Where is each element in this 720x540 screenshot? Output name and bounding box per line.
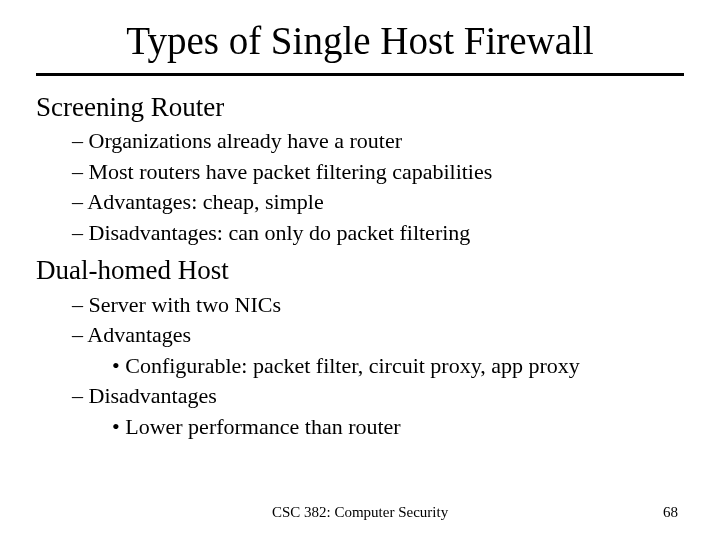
footer-page-number: 68 (663, 504, 678, 521)
slide: Types of Single Host Firewall Screening … (0, 0, 720, 540)
list-item: Most routers have packet filtering capab… (90, 158, 720, 187)
screening-router-list: Organizations already have a router Most… (0, 127, 720, 247)
footer-course: CSC 382: Computer Security (272, 504, 448, 521)
list-item-label: Disadvantages (89, 383, 217, 408)
disadvantages-sublist: Lower performance than router (90, 413, 720, 442)
list-item-label: Advantages (87, 322, 191, 347)
list-item: Organizations already have a router (90, 127, 720, 156)
list-item: Server with two NICs (90, 291, 720, 320)
list-item: Lower performance than router (130, 413, 720, 442)
advantages-sublist: Configurable: packet filter, circuit pro… (90, 352, 720, 381)
list-item: Disadvantages Lower performance than rou… (90, 382, 720, 441)
section-heading-dual-homed-host: Dual-homed Host (36, 253, 720, 288)
dual-homed-list: Server with two NICs Advantages Configur… (0, 291, 720, 442)
slide-title: Types of Single Host Firewall (0, 0, 720, 73)
list-item: Advantages Configurable: packet filter, … (90, 321, 720, 380)
slide-footer: CSC 382: Computer Security 68 (0, 504, 720, 524)
list-item: Advantages: cheap, simple (90, 188, 720, 217)
title-underline (36, 73, 684, 76)
list-item: Disadvantages: can only do packet filter… (90, 219, 720, 248)
section-heading-screening-router: Screening Router (36, 90, 720, 125)
list-item: Configurable: packet filter, circuit pro… (130, 352, 720, 381)
